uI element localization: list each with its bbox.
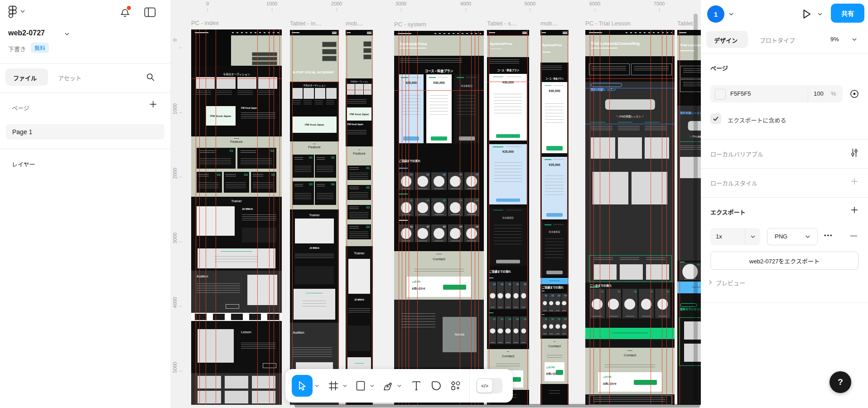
price-value: ¥30,000: [549, 89, 560, 92]
figma-logo-icon[interactable]: [8, 5, 17, 19]
dev-mode-toggle[interactable]: </>: [476, 378, 502, 393]
color-opacity-value[interactable]: 100: [814, 90, 824, 97]
feature-number: 03: [366, 206, 370, 209]
comment-tool[interactable]: [430, 375, 442, 397]
layout-guide: [568, 30, 568, 405]
layout-guide: [590, 30, 590, 405]
photo-block: [593, 172, 628, 204]
frame-title[interactable]: Tablet: [677, 20, 693, 27]
export-options-kebab-icon[interactable]: •••: [824, 232, 833, 239]
space-section: [585, 321, 675, 328]
color-hex-value[interactable]: F5F5F5: [730, 90, 751, 97]
canvas-frame[interactable]: Trial Lesson&Counseling無料体験レッスン＼ ITMの体験レ…: [585, 30, 675, 405]
canvas-frame[interactable]: 今月のオーディションITM Vocal JapanITM Vocal Japan…: [346, 30, 373, 405]
variables-sliders-icon[interactable]: [850, 148, 858, 157]
canvas-frame[interactable]: System&Priceコース・料金プラン¥30,000¥25,000料金要相談…: [540, 30, 569, 405]
tab-file[interactable]: ファイル: [5, 68, 48, 86]
page-color-row[interactable]: F5F5F5 100 %: [710, 85, 843, 102]
flow-step-number: 05: [667, 290, 670, 293]
notifications-bell-icon[interactable]: [120, 6, 130, 18]
price-value: ¥25,000: [405, 81, 417, 84]
avatar[interactable]: 1: [707, 5, 724, 23]
vertical-scrollbar[interactable]: [694, 14, 698, 402]
help-button[interactable]: ?: [829, 371, 851, 393]
canvas-frame[interactable]: System&Priceコース・料金プラン¥25,000¥30,000料金要相談…: [394, 31, 484, 405]
layout-guide: [216, 29, 216, 405]
feature-card: 02: [347, 185, 371, 199]
zoom-chevron-icon[interactable]: [852, 38, 857, 41]
actions-icon[interactable]: [449, 375, 462, 397]
shape-tool[interactable]: [355, 375, 366, 397]
search-icon[interactable]: [146, 73, 155, 82]
trainer-title: Trainer: [354, 251, 364, 255]
add-export-icon[interactable]: [851, 206, 858, 214]
flow-step-number: 01: [410, 173, 413, 176]
space-section: [585, 206, 675, 254]
pen-tool-chevron-icon[interactable]: [395, 375, 403, 397]
visibility-eye-icon[interactable]: [849, 89, 859, 99]
page-item[interactable]: Page 1: [6, 124, 164, 140]
hero-section: [191, 35, 282, 66]
present-chevron-icon[interactable]: [818, 13, 822, 15]
outlined-card: [589, 395, 672, 405]
frame-title[interactable]: mob…: [540, 20, 558, 27]
section-label: 今月のオーディション: [303, 83, 326, 87]
frame-title[interactable]: PC - system: [394, 21, 426, 28]
flow-title: ご受講までの流れ: [542, 285, 564, 289]
horizontal-scrollbar[interactable]: [294, 404, 700, 408]
local-variables-header[interactable]: ローカルバリアブル: [710, 150, 763, 158]
flow-step-card: 01: [542, 317, 548, 335]
present-play-icon[interactable]: [801, 8, 811, 20]
zoom-level[interactable]: 9%: [830, 36, 839, 43]
canvas-frame[interactable]: 今月のオーディションITM Vocal JapanITM Vocal Japan…: [191, 29, 282, 405]
preview-chevron-icon[interactable]: [709, 280, 712, 285]
frame-title[interactable]: Tablet - in…: [290, 20, 321, 27]
frame-title[interactable]: PC - Trial Lesson: [585, 20, 631, 27]
pricing-button: [431, 136, 447, 141]
gallery-tile: [198, 391, 221, 403]
add-page-icon[interactable]: [149, 101, 157, 108]
tab-design[interactable]: デザイン: [706, 31, 748, 48]
file-menu-chevron-icon[interactable]: [65, 33, 69, 35]
space-section: [394, 146, 484, 157]
pricing-section: 料金要相談: [540, 221, 569, 278]
canvas[interactable]: 0100020003000400050006000700001000200030…: [170, 0, 701, 408]
flow-step-card: 05: [464, 172, 479, 190]
frame-title[interactable]: Tablet - s…: [487, 20, 517, 27]
flow-step-card: 01: [489, 282, 497, 309]
share-button[interactable]: 共有: [831, 4, 864, 23]
include-export-label[interactable]: エクスポートに含める: [728, 116, 786, 124]
canvas-frame[interactable]: System&Priceコース・料金プラン¥30,000¥25,000料金要相談…: [487, 30, 529, 405]
include-export-checkbox[interactable]: [710, 113, 721, 124]
preview-label[interactable]: プレビュー: [716, 278, 745, 287]
color-swatch[interactable]: [715, 89, 726, 100]
add-style-icon[interactable]: [851, 178, 858, 185]
move-tool[interactable]: [292, 375, 313, 397]
canvas-frame[interactable]: K-POP VOCAL ACADEMY今月のオーディションITM Vocal J…: [290, 30, 339, 405]
pen-tool[interactable]: [382, 375, 394, 397]
hero-button: [363, 41, 371, 47]
main-menu-chevron-icon[interactable]: [20, 10, 25, 13]
file-name[interactable]: web2-0727: [8, 29, 45, 37]
image-card: [347, 84, 355, 95]
plan-badge[interactable]: 無料: [31, 43, 49, 53]
avatar-chevron-icon[interactable]: [729, 13, 733, 15]
text-tool[interactable]: [410, 375, 422, 397]
layout-guide: [191, 78, 282, 79]
remove-export-icon[interactable]: —: [850, 231, 857, 239]
frame-tool-chevron-icon[interactable]: [341, 375, 349, 397]
frame-title[interactable]: mob…: [346, 20, 363, 27]
flow-section: ご受講までの流れ010203040501020304050102030405: [394, 157, 484, 248]
tab-prototype[interactable]: プロトタイプ: [760, 36, 795, 44]
export-button[interactable]: web2-0727をエクスポート: [710, 252, 858, 270]
shape-tool-chevron-icon[interactable]: [368, 375, 376, 397]
local-styles-header[interactable]: ローカルスタイル: [710, 179, 757, 187]
tab-assets[interactable]: アセット: [58, 73, 82, 82]
export-format-select[interactable]: PNG: [767, 228, 818, 245]
frame-tool[interactable]: [328, 375, 339, 397]
export-scale-select[interactable]: 1x: [710, 228, 760, 245]
toggle-sidebar-icon[interactable]: [144, 7, 156, 17]
flow-step-circle: [417, 202, 428, 213]
frame-title[interactable]: PC - index: [191, 19, 219, 26]
move-tool-chevron-icon[interactable]: [313, 375, 321, 397]
